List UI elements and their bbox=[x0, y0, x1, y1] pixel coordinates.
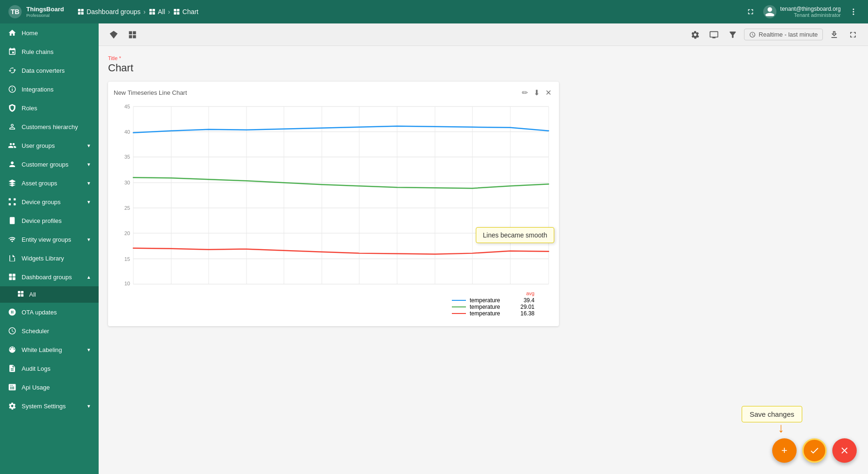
data-converters-icon bbox=[8, 66, 17, 75]
svg-rect-2 bbox=[78, 9, 80, 11]
svg-text:20: 20 bbox=[124, 230, 130, 236]
svg-rect-8 bbox=[149, 12, 152, 15]
integrations-icon bbox=[8, 84, 17, 94]
svg-rect-21 bbox=[9, 274, 12, 276]
sidebar-item-rule-chains[interactable]: Rule chains bbox=[0, 42, 99, 61]
sidebar-item-scheduler[interactable]: Scheduler bbox=[0, 321, 99, 340]
top-nav: TB ThingsBoard Professional Dashboard gr… bbox=[0, 0, 868, 23]
fullscreen-btn[interactable] bbox=[744, 5, 758, 19]
breadcrumb-all[interactable]: All bbox=[148, 8, 165, 15]
fab-confirm-btn[interactable] bbox=[802, 438, 827, 463]
svg-rect-33 bbox=[132, 107, 549, 284]
sidebar-item-device-groups[interactable]: Device groups ▼ bbox=[0, 192, 99, 211]
user-role: Tenant administrator bbox=[780, 12, 841, 18]
widget-close-btn[interactable]: ✕ bbox=[543, 87, 553, 98]
more-options-btn[interactable] bbox=[846, 5, 860, 19]
page-title: Chart bbox=[108, 62, 859, 74]
svg-text:12:01:50: 12:01:50 bbox=[162, 288, 180, 289]
sidebar-sub-all[interactable]: All bbox=[0, 286, 99, 303]
sidebar-item-ota-updates[interactable]: OTA updates bbox=[0, 303, 99, 321]
svg-rect-10 bbox=[174, 9, 176, 11]
system-settings-chevron: ▼ bbox=[86, 404, 91, 409]
sidebar-item-widgets-library[interactable]: Widgets Library bbox=[0, 249, 99, 268]
customer-groups-chevron: ▼ bbox=[86, 162, 91, 167]
sidebar-item-roles[interactable]: Roles bbox=[0, 99, 99, 117]
filter-btn[interactable] bbox=[725, 27, 740, 42]
legend-row-red: temperature 16.38 bbox=[132, 310, 535, 317]
diamond-btn[interactable] bbox=[106, 27, 121, 42]
clock-icon bbox=[749, 31, 756, 38]
sidebar-item-system-settings[interactable]: System Settings ▼ bbox=[0, 397, 99, 415]
sidebar-item-integrations[interactable]: Integrations bbox=[0, 80, 99, 99]
sidebar-item-api-usage[interactable]: Api Usage bbox=[0, 378, 99, 397]
svg-rect-4 bbox=[78, 12, 80, 15]
widget-card-header: New Timeseries Line Chart ✏ ⬇ ✕ bbox=[114, 87, 553, 98]
sidebar-item-white-labeling[interactable]: White Labeling ▼ bbox=[0, 340, 99, 359]
realtime-label: Realtime - last minute bbox=[759, 31, 818, 38]
legend-value-green: 29.01 bbox=[511, 304, 535, 310]
legend-line-red bbox=[452, 313, 466, 314]
svg-point-15 bbox=[853, 11, 854, 13]
svg-point-16 bbox=[853, 14, 854, 15]
widget-download-btn[interactable]: ⬇ bbox=[532, 87, 542, 98]
save-arrow: ↓ bbox=[778, 420, 784, 436]
audit-logs-label: Audit Logs bbox=[22, 365, 91, 372]
settings-btn[interactable] bbox=[688, 27, 703, 42]
device-groups-chevron: ▼ bbox=[86, 199, 91, 205]
fab-cancel-btn[interactable] bbox=[832, 438, 857, 463]
grid-btn[interactable] bbox=[125, 27, 140, 42]
sidebar-item-data-converters[interactable]: Data converters bbox=[0, 61, 99, 80]
chart-container: 45 40 35 30 bbox=[114, 102, 553, 291]
entity-view-groups-chevron: ▼ bbox=[86, 237, 91, 242]
widget-card: New Timeseries Line Chart ✏ ⬇ ✕ bbox=[108, 82, 559, 326]
sidebar-item-entity-view-groups[interactable]: Entity view groups ▼ bbox=[0, 230, 99, 249]
realtime-badge[interactable]: Realtime - last minute bbox=[744, 29, 823, 40]
breadcrumb-dashboard-groups[interactable]: Dashboard groups bbox=[77, 8, 140, 15]
svg-text:40: 40 bbox=[124, 129, 130, 135]
api-usage-icon bbox=[8, 382, 17, 392]
sidebar-item-device-profiles[interactable]: Device profiles bbox=[0, 211, 99, 230]
svg-rect-27 bbox=[18, 294, 20, 297]
user-email: tenant@thingsboard.org bbox=[780, 6, 841, 12]
chart-svg: 45 40 35 30 bbox=[114, 102, 553, 289]
sidebar-item-home[interactable]: Home bbox=[0, 23, 99, 42]
smooth-annotation: Lines became smooth bbox=[476, 227, 554, 243]
sidebar-item-customers-hierarchy[interactable]: Customers hierarchy bbox=[0, 117, 99, 136]
breadcrumb: Dashboard groups › All › Chart bbox=[77, 8, 738, 15]
svg-point-14 bbox=[853, 8, 854, 10]
download-btn[interactable] bbox=[827, 27, 842, 42]
device-groups-icon bbox=[8, 197, 17, 206]
svg-text:12:02:05: 12:02:05 bbox=[275, 288, 293, 289]
user-avatar bbox=[763, 5, 776, 18]
svg-text:12:02:20: 12:02:20 bbox=[388, 288, 406, 289]
customers-hierarchy-icon bbox=[8, 122, 17, 131]
svg-rect-9 bbox=[153, 12, 155, 15]
white-labeling-icon bbox=[8, 345, 17, 354]
legend-value-blue: 39.4 bbox=[511, 297, 535, 304]
svg-rect-30 bbox=[133, 31, 136, 34]
customers-hierarchy-label: Customers hierarchy bbox=[22, 123, 91, 130]
svg-rect-3 bbox=[81, 9, 84, 11]
sub-all-icon bbox=[17, 290, 24, 299]
entity-view-groups-label: Entity view groups bbox=[22, 236, 82, 243]
tv-btn[interactable] bbox=[706, 27, 721, 42]
roles-label: Roles bbox=[22, 105, 91, 112]
sidebar-item-user-groups[interactable]: User groups ▼ bbox=[0, 136, 99, 155]
breadcrumb-chart: Chart bbox=[173, 8, 198, 15]
asset-groups-icon bbox=[8, 178, 17, 188]
expand-btn[interactable] bbox=[845, 27, 860, 42]
breadcrumb-sep-1: › bbox=[143, 8, 146, 15]
fab-add-btn[interactable]: + bbox=[772, 438, 797, 463]
sidebar-item-dashboard-groups[interactable]: Dashboard groups ▲ bbox=[0, 268, 99, 286]
svg-rect-6 bbox=[149, 9, 152, 11]
chart-legend: avg temperature 39.4 temperature 29.01 t… bbox=[114, 291, 553, 321]
legend-row-blue: temperature 39.4 bbox=[132, 297, 535, 304]
sidebar-item-customer-groups[interactable]: Customer groups ▼ bbox=[0, 155, 99, 174]
entity-view-groups-icon bbox=[8, 235, 17, 244]
sidebar-item-asset-groups[interactable]: Asset groups ▼ bbox=[0, 174, 99, 192]
ota-updates-icon bbox=[8, 307, 17, 317]
widget-edit-btn[interactable]: ✏ bbox=[520, 87, 530, 98]
svg-text:12:02:35: 12:02:35 bbox=[501, 288, 519, 289]
sidebar-item-audit-logs[interactable]: Audit Logs bbox=[0, 359, 99, 378]
legend-label-red: temperature bbox=[470, 310, 507, 317]
